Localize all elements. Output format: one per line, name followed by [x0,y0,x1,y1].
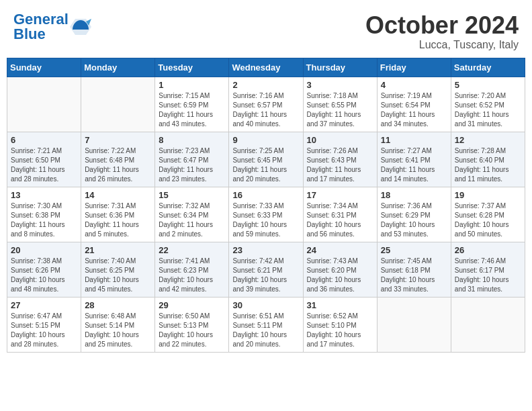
day-number: 3 [307,80,373,90]
sunrise-text: Sunrise: 7:21 AM [11,146,77,156]
sunrise-text: Sunrise: 7:43 AM [307,257,373,266]
day-number: 21 [85,245,151,255]
calendar-cell: 5Sunrise: 7:20 AMSunset: 6:52 PMDaylight… [451,77,525,132]
column-header-sunday: Sunday [7,58,81,77]
sunrise-text: Sunrise: 7:41 AM [159,257,225,266]
calendar-cell: 25Sunrise: 7:45 AMSunset: 6:18 PMDayligh… [377,242,451,297]
sunset-text: Sunset: 6:31 PM [307,211,373,220]
column-header-monday: Monday [81,58,155,77]
daylight-text: Daylight: 11 hours and 2 minutes. [159,220,225,239]
day-number: 15 [159,190,225,200]
daylight-text: Daylight: 11 hours and 14 minutes. [381,165,447,184]
daylight-text: Daylight: 10 hours and 53 minutes. [381,220,447,239]
logo-icon [70,16,91,38]
month-title: October 2024 [365,12,519,39]
calendar-cell: 28Sunrise: 6:48 AMSunset: 5:14 PMDayligh… [81,297,155,352]
calendar-cell: 24Sunrise: 7:43 AMSunset: 6:20 PMDayligh… [303,242,377,297]
day-number: 29 [159,300,225,310]
sunrise-text: Sunrise: 7:19 AM [381,91,447,101]
day-info: Sunrise: 7:33 AMSunset: 6:33 PMDaylight:… [232,201,299,239]
day-number: 28 [85,300,151,310]
sunset-text: Sunset: 6:21 PM [232,266,299,275]
calendar-cell: 18Sunrise: 7:36 AMSunset: 6:29 PMDayligh… [377,187,451,242]
day-number: 1 [159,80,225,90]
day-info: Sunrise: 7:18 AMSunset: 6:55 PMDaylight:… [307,91,373,129]
logo: General Blue [13,12,91,42]
calendar-cell: 29Sunrise: 6:50 AMSunset: 5:13 PMDayligh… [155,297,229,352]
day-info: Sunrise: 6:50 AMSunset: 5:13 PMDaylight:… [159,312,225,349]
calendar-cell: 31Sunrise: 6:52 AMSunset: 5:10 PMDayligh… [303,297,377,352]
calendar-cell: 6Sunrise: 7:21 AMSunset: 6:50 PMDaylight… [7,132,81,187]
daylight-text: Daylight: 10 hours and 31 minutes. [455,275,521,294]
day-number: 11 [381,135,447,145]
sunrise-text: Sunrise: 7:27 AM [381,146,447,156]
daylight-text: Daylight: 11 hours and 31 minutes. [455,110,521,129]
calendar-cell: 23Sunrise: 7:42 AMSunset: 6:21 PMDayligh… [229,242,303,297]
sunset-text: Sunset: 6:23 PM [159,266,225,275]
day-info: Sunrise: 7:23 AMSunset: 6:47 PMDaylight:… [159,146,225,184]
daylight-text: Daylight: 11 hours and 26 minutes. [85,165,151,184]
daylight-text: Daylight: 11 hours and 40 minutes. [232,110,299,129]
calendar-cell: 19Sunrise: 7:37 AMSunset: 6:28 PMDayligh… [451,187,525,242]
sunset-text: Sunset: 6:28 PM [455,211,521,220]
daylight-text: Daylight: 10 hours and 42 minutes. [159,275,225,294]
day-number: 9 [232,135,299,145]
sunset-text: Sunset: 6:33 PM [232,211,299,220]
day-number: 23 [232,245,299,255]
sunrise-text: Sunrise: 7:20 AM [455,91,521,101]
calendar-week-row: 13Sunrise: 7:30 AMSunset: 6:38 PMDayligh… [7,187,525,242]
day-info: Sunrise: 7:40 AMSunset: 6:25 PMDaylight:… [85,257,151,294]
title-block: October 2024 Lucca, Tuscany, Italy [365,12,519,51]
calendar-cell: 8Sunrise: 7:23 AMSunset: 6:47 PMDaylight… [155,132,229,187]
sunset-text: Sunset: 6:40 PM [455,156,521,165]
day-info: Sunrise: 6:47 AMSunset: 5:15 PMDaylight:… [11,312,77,349]
day-number: 19 [455,190,521,200]
day-info: Sunrise: 7:22 AMSunset: 6:48 PMDaylight:… [85,146,151,184]
sunset-text: Sunset: 6:25 PM [85,266,151,275]
daylight-text: Daylight: 11 hours and 5 minutes. [85,220,151,239]
sunset-text: Sunset: 5:13 PM [159,321,225,330]
calendar-cell: 14Sunrise: 7:31 AMSunset: 6:36 PMDayligh… [81,187,155,242]
column-header-thursday: Thursday [303,58,377,77]
day-info: Sunrise: 7:36 AMSunset: 6:29 PMDaylight:… [381,201,447,239]
calendar-cell [7,77,81,132]
calendar-cell: 16Sunrise: 7:33 AMSunset: 6:33 PMDayligh… [229,187,303,242]
calendar-cell: 3Sunrise: 7:18 AMSunset: 6:55 PMDaylight… [303,77,377,132]
day-info: Sunrise: 7:37 AMSunset: 6:28 PMDaylight:… [455,201,521,239]
column-header-saturday: Saturday [451,58,525,77]
column-header-friday: Friday [377,58,451,77]
day-number: 26 [455,245,521,255]
sunrise-text: Sunrise: 6:47 AM [11,312,77,321]
daylight-text: Daylight: 11 hours and 43 minutes. [159,110,225,129]
day-info: Sunrise: 7:46 AMSunset: 6:17 PMDaylight:… [455,257,521,294]
location: Lucca, Tuscany, Italy [365,39,519,51]
day-number: 14 [85,190,151,200]
daylight-text: Daylight: 11 hours and 8 minutes. [11,220,77,239]
day-info: Sunrise: 7:21 AMSunset: 6:50 PMDaylight:… [11,146,77,184]
logo-text: General Blue [13,12,69,42]
sunrise-text: Sunrise: 7:31 AM [85,201,151,211]
sunset-text: Sunset: 6:41 PM [381,156,447,165]
day-info: Sunrise: 7:27 AMSunset: 6:41 PMDaylight:… [381,146,447,184]
day-info: Sunrise: 7:42 AMSunset: 6:21 PMDaylight:… [232,257,299,294]
day-number: 27 [11,300,77,310]
sunrise-text: Sunrise: 7:34 AM [307,201,373,211]
sunrise-text: Sunrise: 6:48 AM [85,312,151,321]
sunset-text: Sunset: 6:50 PM [11,156,77,165]
calendar-cell: 30Sunrise: 6:51 AMSunset: 5:11 PMDayligh… [229,297,303,352]
day-info: Sunrise: 6:52 AMSunset: 5:10 PMDaylight:… [307,312,373,349]
day-info: Sunrise: 7:41 AMSunset: 6:23 PMDaylight:… [159,257,225,294]
day-number: 12 [455,135,521,145]
day-info: Sunrise: 7:31 AMSunset: 6:36 PMDaylight:… [85,201,151,239]
calendar-cell [81,77,155,132]
sunset-text: Sunset: 6:17 PM [455,266,521,275]
sunset-text: Sunset: 6:36 PM [85,211,151,220]
day-info: Sunrise: 7:19 AMSunset: 6:54 PMDaylight:… [381,91,447,129]
calendar-cell: 4Sunrise: 7:19 AMSunset: 6:54 PMDaylight… [377,77,451,132]
daylight-text: Daylight: 11 hours and 11 minutes. [455,165,521,184]
sunset-text: Sunset: 5:14 PM [85,321,151,330]
day-number: 6 [11,135,77,145]
calendar-cell: 11Sunrise: 7:27 AMSunset: 6:41 PMDayligh… [377,132,451,187]
daylight-text: Daylight: 10 hours and 39 minutes. [232,275,299,294]
sunset-text: Sunset: 6:18 PM [381,266,447,275]
